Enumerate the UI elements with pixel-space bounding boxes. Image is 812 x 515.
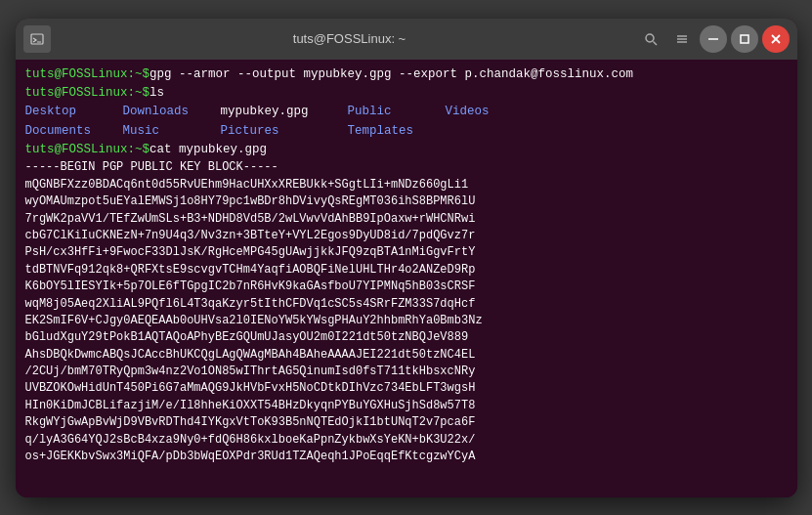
pgp-key-line: wqM8j05Aeq2XliAL9PQfl6L4T3qaKzyr5tIthCFD… [25,296,788,313]
svg-point-2 [646,34,654,42]
svg-rect-8 [741,35,748,43]
ls-output-row1: Desktop Downloads mypubkey.gpg Public Vi… [25,103,788,121]
pgp-key-line: RkgWYjGwApBvWjD9VBvRDThd4IYKgxVtToK93B5n… [25,414,788,431]
command-2: ls [150,84,164,103]
pgp-key-content: mQGNBFXzz0BDACq6nt0d55RvUEhm9HacUHXxXREB… [25,177,788,466]
pgp-key-line: AhsDBQkDwmcABQsJCAccBhUKCQgLAgQWAgMBAh4B… [25,347,788,364]
window-controls [637,25,790,53]
titlebar: tuts@FOSSLinux: ~ [16,19,797,60]
pgp-key-line: EK2SmIF6V+CJgy0AEQEAAb0oUHVsa2l0IENoYW5k… [25,313,788,329]
maximize-button[interactable] [731,25,758,53]
pgp-key-line: mQGNBFXzz0BDACq6nt0d55RvUEhm9HacUHXxXREB… [25,177,788,193]
terminal-line-2: tuts@FOSSLinux:~$ ls [25,84,788,103]
search-button[interactable] [637,25,664,53]
pgp-key-line: wyOMAUmzpot5uEYalEMWSj1o8HY79pc1wBDr8hDV… [25,193,788,210]
pgp-key-line: q/lyA3G64YQJ2sBcB4xza9Ny0+fdQ6H86kxlboeK… [25,432,788,449]
ls-pictures: Pictures [221,122,348,141]
ls-output-row2: Documents Music Pictures Templates [25,122,788,141]
terminal-window: tuts@FOSSLinux: ~ [16,19,797,497]
ls-downloads: Downloads [123,103,221,121]
command-cat: cat mypubkey.gpg [150,141,267,159]
ls-gpg-file: mypubkey.gpg [221,103,348,121]
menu-button[interactable] [668,25,696,53]
pgp-begin-line: -----BEGIN PGP PUBLIC KEY BLOCK----- [25,159,788,176]
pgp-key-line: bGludXguY29tPokB1AQTAQoAPhyBEzGQUmUJasyO… [25,329,788,346]
pgp-key-line: HIn0KiDmJCBLifazjiM/e/Il8hheKiOXXT54BHzD… [25,398,788,414]
pgp-key-line: os+JGEKKbvSwx3MiQFA/pDb3bWqEOXPdr3RUd1TZ… [25,449,788,465]
titlebar-left [23,25,63,53]
ls-videos: Videos [446,103,543,121]
ls-public: Public [348,103,446,121]
pgp-key-line: cbG7ClKiIuCKNEzN+7n9U4q3/Nv3zn+3BTteY+VY… [25,228,788,244]
prompt-cat: tuts@FOSSLinux:~$ [25,141,150,159]
terminal-line-1: tuts@FOSSLinux:~$ gpg --armor --output m… [25,65,788,84]
terminal-icon [23,25,51,53]
prompt-1: tuts@FOSSLinux:~$ [25,65,150,84]
ls-desktop: Desktop [25,103,123,121]
ls-templates: Templates [348,122,446,141]
window-title: tuts@FOSSLinux: ~ [63,31,637,46]
pgp-key-line: /2CUj/bmM70TRyQpm3w4nz2Vo1ON85wIThrtAG5Q… [25,364,788,380]
svg-line-3 [653,41,657,45]
pgp-key-line: UVBZOKOwHidUnT450Pi6G7aMmAQG9JkHVbFvxH5N… [25,380,788,397]
pgp-key-line: tdBTNVFq912qk8+QRFXtsE9scvgvTCHm4YaqfiAO… [25,262,788,279]
ls-documents: Documents [25,122,123,141]
ls-music: Music [123,122,221,141]
command-1: gpg --armor --output mypubkey.gpg --expo… [150,65,633,84]
terminal-body[interactable]: tuts@FOSSLinux:~$ gpg --armor --output m… [16,60,797,497]
pgp-key-line: 7rgWK2paVV1/TEfZwUmSLs+B3+NDHD8Vd5B/2wLV… [25,211,788,228]
prompt-2: tuts@FOSSLinux:~$ [25,84,150,103]
pgp-key-line: PsH/cx3HfFi+9FwocF33DlJsK/RgHceMPG45gUAw… [25,244,788,261]
terminal-line-cat: tuts@FOSSLinux:~$ cat mypubkey.gpg [25,141,788,159]
close-button[interactable] [762,25,790,53]
minimize-button[interactable] [700,25,727,53]
pgp-key-line: K6bOY5lIESYIk+5p7OLE6fTGpgIC2b7nR6HvK9ka… [25,279,788,295]
